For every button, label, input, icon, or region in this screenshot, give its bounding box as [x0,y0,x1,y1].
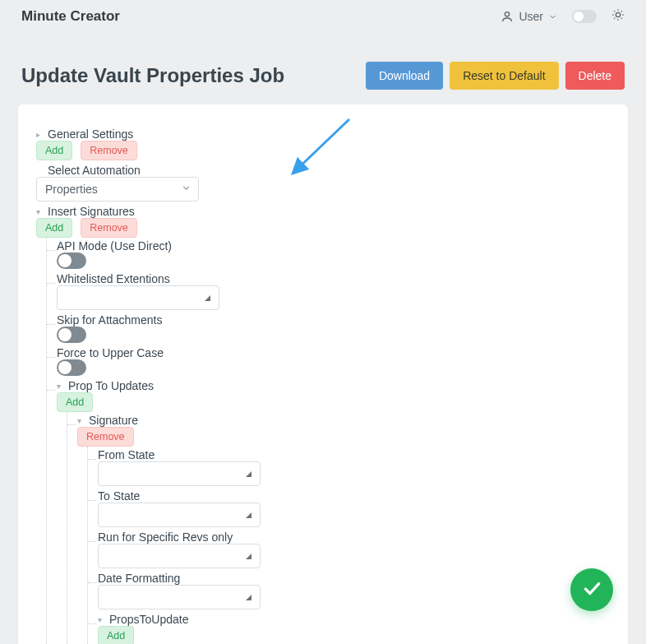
caret-icon[interactable]: ▸ [36,130,48,139]
svg-line-4 [614,11,615,12]
check-icon [581,577,602,602]
svg-point-0 [505,12,510,16]
theme-toggle[interactable] [572,10,597,23]
user-menu[interactable]: User [501,10,557,23]
remove-button[interactable]: Remove [81,218,137,238]
multiselect-icon [246,471,251,477]
node-whitelisted: Whitelisted Extentions [57,272,170,285]
add-button[interactable]: Add [36,218,72,238]
node-props-to-update[interactable]: PropsToUpdate [109,613,189,626]
remove-button[interactable]: Remove [81,141,137,160]
caret-icon[interactable]: ▾ [36,207,48,216]
run-specific-select[interactable] [98,544,261,568]
remove-button[interactable]: Remove [77,427,134,447]
node-skip-attachments: Skip for Attachments [57,313,162,327]
node-force-upper: Force to Upper Case [57,346,164,359]
svg-line-5 [621,18,622,19]
user-label: User [519,10,543,23]
reset-button[interactable]: Reset to Default [450,62,558,90]
node-run-specific: Run for Specific Revs only [98,530,233,544]
node-select-automation: Select Automation [48,164,141,177]
multiselect-icon [205,295,210,301]
sun-icon [611,8,625,25]
node-to-state: To State [98,489,140,503]
force-upper-toggle[interactable] [57,359,86,376]
multiselect-icon [246,554,251,559]
caret-icon[interactable]: ▾ [77,416,89,425]
node-insert-signatures[interactable]: Insert Signatures [48,205,135,218]
whitelisted-select[interactable] [57,285,219,310]
skip-attachments-toggle[interactable] [57,327,86,343]
node-signature[interactable]: Signature [89,414,138,427]
multiselect-icon [246,595,251,600]
svg-line-8 [614,18,615,19]
node-from-state: From State [98,448,155,461]
node-date-formatting: Date Formatting [98,572,180,585]
add-button[interactable]: Add [57,392,93,412]
confirm-fab[interactable] [570,568,613,611]
svg-line-9 [621,11,622,12]
chevron-down-icon [181,183,191,196]
add-button[interactable]: Add [36,141,72,160]
chevron-down-icon [548,12,557,21]
caret-icon[interactable]: ▾ [98,615,109,624]
add-button[interactable]: Add [98,626,134,644]
node-general-settings[interactable]: General Settings [48,127,133,141]
to-state-select[interactable] [98,503,261,527]
automation-select[interactable]: Properties [36,177,199,202]
svg-point-1 [616,12,620,16]
download-button[interactable]: Download [366,62,443,90]
multiselect-icon [246,512,251,518]
page-title: Update Vault Properties Job [21,64,284,87]
date-formatting-select[interactable] [98,585,261,609]
user-icon [501,10,514,23]
delete-button[interactable]: Delete [565,62,625,90]
caret-icon[interactable]: ▾ [57,382,68,391]
node-prop-to-updates[interactable]: Prop To Updates [68,379,154,392]
node-api-mode: API Mode (Use Direct) [57,239,172,253]
app-brand: Minute Creator [21,8,120,25]
automation-select-value: Properties [45,183,98,196]
from-state-select[interactable] [98,461,261,486]
api-mode-toggle[interactable] [57,253,86,269]
